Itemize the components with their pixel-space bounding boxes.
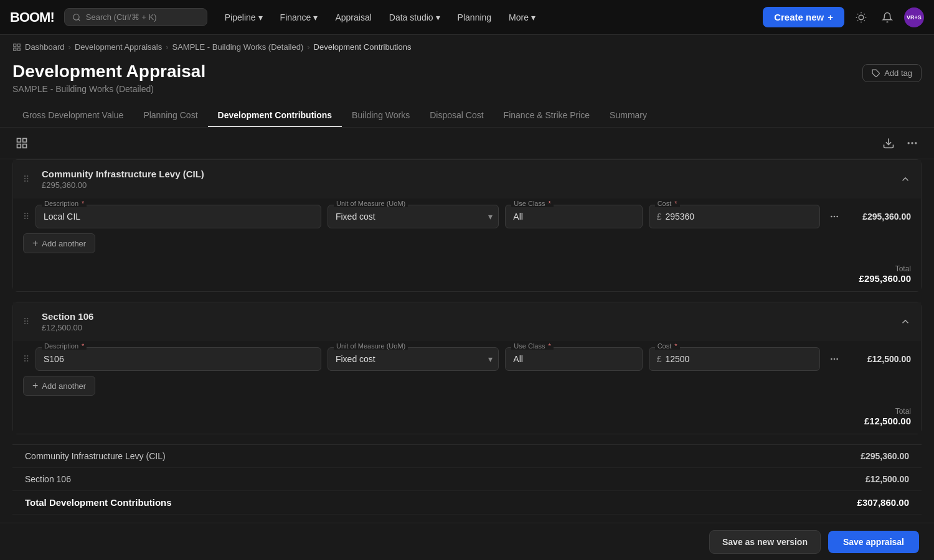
- theme-toggle-button[interactable]: [852, 8, 870, 27]
- search-icon: [72, 13, 81, 22]
- cil-useclass-field: Use Class *: [505, 205, 642, 228]
- cil-section: ⠿ Community Infrastructure Levy (CIL) £2…: [12, 159, 922, 292]
- s106-drag-handle[interactable]: ⠿: [23, 317, 29, 327]
- cil-drag-handle[interactable]: ⠿: [23, 174, 29, 184]
- s106-row-menu-button[interactable]: [826, 351, 842, 367]
- notifications-button[interactable]: [878, 8, 897, 27]
- cil-footer-value: £295,360.00: [859, 273, 911, 284]
- main-content: ⠿ Community Infrastructure Levy (CIL) £2…: [0, 159, 934, 525]
- cil-uom-select[interactable]: Fixed cost: [328, 205, 499, 228]
- download-button[interactable]: [879, 134, 898, 152]
- save-version-button[interactable]: Save as new version: [709, 530, 821, 554]
- svg-rect-15: [17, 139, 21, 142]
- summary-row-s106: Section 106 £12,500.00: [12, 468, 922, 491]
- download-icon: [882, 137, 895, 149]
- breadcrumb-sample[interactable]: SAMPLE - Building Works (Detailed): [172, 42, 304, 52]
- s106-useclass-input[interactable]: [505, 347, 642, 371]
- breadcrumb-dev-appraisals[interactable]: Development Appraisals: [75, 42, 162, 52]
- s106-row-0: ⠿ Description * Unit of Measure (UoM): [23, 347, 911, 371]
- tab-planning-cost[interactable]: Planning Cost: [133, 104, 207, 128]
- svg-rect-13: [17, 48, 20, 50]
- nav-planning[interactable]: Planning: [450, 9, 499, 26]
- summary-total-amount: £307,860.00: [857, 497, 909, 508]
- page-header: Development Appraisal SAMPLE - Building …: [0, 59, 934, 104]
- summary-cil-label: Community Infrastructure Levy (CIL): [25, 451, 166, 461]
- app-logo[interactable]: BOOM!: [10, 9, 54, 26]
- cil-row-ellipsis-icon: [829, 212, 839, 222]
- create-new-button[interactable]: Create new +: [763, 7, 844, 27]
- svg-rect-11: [17, 44, 20, 46]
- navbar: BOOM! Search (Ctrl/⌘ + K) Pipeline ▾ Fin…: [0, 0, 934, 35]
- s106-row-area: ⠿ Description * Unit of Measure (UoM): [13, 341, 921, 402]
- svg-point-1: [859, 15, 864, 20]
- save-appraisal-button[interactable]: Save appraisal: [828, 531, 919, 553]
- s106-section-title: Section 106: [42, 311, 93, 322]
- s106-section: ⠿ Section 106 £12,500.00 ⠿ Description *: [12, 302, 922, 434]
- tab-development-contributions[interactable]: Development Contributions: [208, 104, 342, 128]
- s106-section-header: ⠿ Section 106 £12,500.00: [13, 302, 921, 341]
- cil-row-amount: £295,360.00: [849, 212, 911, 222]
- nav-finance[interactable]: Finance ▾: [273, 9, 326, 26]
- bottom-bar: Save as new version Save appraisal: [0, 523, 934, 560]
- tab-building-works[interactable]: Building Works: [342, 104, 420, 128]
- more-options-button[interactable]: [903, 134, 922, 152]
- s106-cost-prefix: £: [657, 354, 662, 364]
- cil-cost-prefix: £: [657, 212, 662, 222]
- s106-footer-label: Total: [864, 407, 911, 416]
- cil-section-footer: Total £295,360.00: [13, 259, 921, 291]
- s106-add-another-button[interactable]: + Add another: [23, 376, 95, 396]
- s106-section-total: £12,500.00: [42, 323, 93, 332]
- tabs: Gross Development Value Planning Cost De…: [0, 104, 934, 128]
- s106-collapse-button[interactable]: [900, 316, 911, 327]
- search-placeholder: Search (Ctrl/⌘ + K): [86, 12, 157, 22]
- svg-line-8: [857, 20, 858, 21]
- summary-row-cil: Community Infrastructure Levy (CIL) £295…: [12, 445, 922, 468]
- tab-disposal-cost[interactable]: Disposal Cost: [420, 104, 493, 128]
- s106-description-label: Description: [44, 342, 78, 350]
- nav-more[interactable]: More ▾: [501, 9, 543, 26]
- search-box[interactable]: Search (Ctrl/⌘ + K): [64, 8, 207, 26]
- bell-icon: [882, 12, 893, 23]
- s106-description-input[interactable]: [35, 347, 321, 371]
- svg-rect-16: [23, 139, 27, 142]
- grid-layout-button[interactable]: [12, 134, 31, 152]
- tab-gross-development-value[interactable]: Gross Development Value: [12, 104, 133, 128]
- cil-collapse-button[interactable]: [900, 174, 911, 185]
- plus-icon: +: [828, 12, 833, 22]
- svg-rect-12: [14, 48, 16, 50]
- tab-summary[interactable]: Summary: [600, 104, 657, 128]
- cil-cost-input[interactable]: [665, 205, 812, 228]
- breadcrumb-current: Development Contributions: [314, 42, 412, 52]
- add-tag-button[interactable]: Add tag: [862, 64, 922, 82]
- summary-table: Community Infrastructure Levy (CIL) £295…: [12, 444, 922, 525]
- page-title: Development Appraisal: [12, 62, 205, 82]
- grid-layout-icon: [16, 137, 28, 149]
- nav-data-studio[interactable]: Data studio ▾: [382, 9, 448, 26]
- cil-add-another-button[interactable]: + Add another: [23, 233, 95, 253]
- s106-description-field: Description *: [35, 347, 321, 371]
- tab-finance-strike-price[interactable]: Finance & Strike Price: [494, 104, 600, 128]
- breadcrumb-dashboard[interactable]: Dashboard: [25, 42, 65, 52]
- nav-pipeline[interactable]: Pipeline ▾: [217, 9, 270, 26]
- cil-description-field: Description *: [35, 205, 321, 228]
- svg-point-26: [831, 358, 832, 359]
- nav-links: Pipeline ▾ Finance ▾ Appraisal Data stud…: [217, 9, 543, 26]
- s106-uom-field: Unit of Measure (UoM) Fixed cost ▾: [328, 347, 499, 371]
- s106-uom-label: Unit of Measure (UoM): [336, 342, 405, 350]
- cil-useclass-input[interactable]: [505, 205, 642, 228]
- cil-row-drag-handle[interactable]: ⠿: [23, 212, 29, 222]
- svg-point-23: [831, 216, 832, 217]
- svg-line-9: [864, 14, 865, 14]
- avatar[interactable]: VR+S: [904, 7, 924, 27]
- s106-cost-input[interactable]: [665, 348, 812, 370]
- svg-line-5: [864, 20, 865, 21]
- svg-point-0: [73, 14, 79, 19]
- s106-useclass-field: Use Class *: [505, 347, 642, 371]
- nav-appraisal[interactable]: Appraisal: [328, 9, 379, 26]
- s106-section-footer: Total £12,500.00: [13, 402, 921, 434]
- s106-uom-select[interactable]: Fixed cost: [328, 347, 499, 371]
- summary-row-total: Total Development Contributions £307,860…: [12, 491, 922, 515]
- cil-row-menu-button[interactable]: [826, 208, 842, 225]
- cil-description-input[interactable]: [35, 205, 321, 228]
- s106-row-drag-handle[interactable]: ⠿: [23, 354, 29, 364]
